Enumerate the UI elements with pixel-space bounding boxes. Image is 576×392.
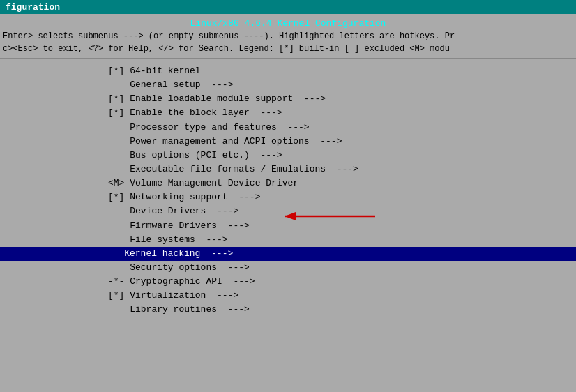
menu-item-block[interactable]: [*] Enable the block layer ---> — [0, 106, 576, 120]
menu-item-crypto[interactable]: -*- Cryptographic API ---> — [0, 275, 576, 289]
menu-item-library[interactable]: Library routines ---> — [0, 303, 576, 317]
menu-area[interactable]: [*] 64-bit kernel General setup --->[*] … — [0, 61, 576, 392]
menu-item-64bit[interactable]: [*] 64-bit kernel — [0, 64, 576, 78]
help-line-1: Enter> selects submenus ---> (or empty s… — [3, 30, 573, 43]
menu-item-exec[interactable]: Executable file formats / Emulations ---… — [0, 163, 576, 176]
menu-item-bus[interactable]: Bus options (PCI etc.) ---> — [0, 149, 576, 163]
kernel-title: Linux/x86 4.6.4 Kernel Configuration — [0, 14, 576, 30]
menu-item-loadable[interactable]: [*] Enable loadable module support ---> — [0, 92, 576, 106]
main-area: Linux/x86 4.6.4 Kernel Configuration Ent… — [0, 14, 576, 392]
menu-item-general[interactable]: General setup ---> — [0, 78, 576, 92]
title-bar: figuration — [0, 0, 576, 14]
menu-item-processor[interactable]: Processor type and features ---> — [0, 121, 576, 135]
help-text: Enter> selects submenus ---> (or empty s… — [0, 30, 576, 55]
separator — [0, 58, 576, 59]
menu-item-volume[interactable]: <M> Volume Management Device Driver — [0, 176, 576, 190]
menu-item-device[interactable]: Device Drivers ---> — [0, 204, 576, 218]
menu-item-power[interactable]: Power management and ACPI options ---> — [0, 135, 576, 149]
menu-item-security[interactable]: Security options ---> — [0, 261, 576, 275]
help-line-2: c><Esc> to exit, <?> for Help, </> for S… — [3, 43, 573, 55]
app-window: figuration Linux/x86 4.6.4 Kernel Config… — [0, 0, 576, 392]
menu-item-virtualization[interactable]: [*] Virtualization ---> — [0, 289, 576, 303]
menu-item-firmware[interactable]: Firmware Drivers ---> — [0, 219, 576, 233]
menu-item-networking[interactable]: [*] Networking support ---> — [0, 190, 576, 204]
menu-item-kernel-hacking[interactable]: Kernel hacking ---> — [0, 247, 576, 261]
menu-item-filesystems[interactable]: File systems ---> — [0, 233, 576, 247]
title-bar-text: figuration — [6, 2, 60, 13]
